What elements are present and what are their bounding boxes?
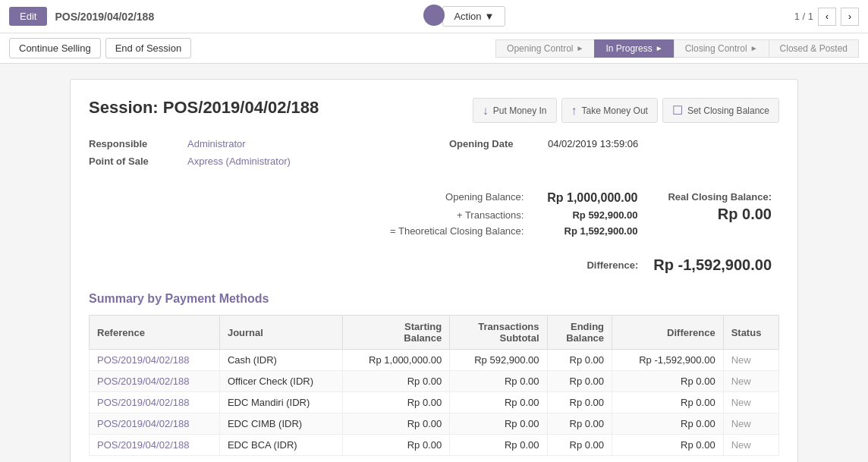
opening-date-field: Opening Date 04/02/2019 13:59:06 [449,138,779,149]
cell-transactions-subtotal: Rp 0.00 [450,435,547,456]
cell-reference[interactable]: POS/2019/04/02/188 [90,435,220,456]
field-col-left: Responsible Administrator Point of Sale … [89,138,419,173]
put-money-in-button[interactable]: ↓ Put Money In [473,98,557,123]
cell-journal: Officer Check (IDR) [219,371,342,392]
next-button[interactable]: › [841,8,859,26]
cell-starting-balance: Rp 0.00 [342,435,449,456]
top-center-indicator [423,5,445,28]
cell-starting-balance: Rp 0.00 [342,392,449,413]
session-card: Session: POS/2019/04/02/188 ↓ Put Money … [70,79,798,462]
action-button[interactable]: Action ▼ [442,6,505,27]
cell-starting-balance: Rp 0.00 [342,371,449,392]
edit-button[interactable]: Edit [9,7,47,26]
main-content: Session: POS/2019/04/02/188 ↓ Put Money … [0,64,868,462]
table-row: POS/2019/04/02/188 EDC Mandiri (IDR) Rp … [90,392,779,413]
cell-ending-balance: Rp 0.00 [547,413,612,435]
continue-selling-button[interactable]: Continue Selling [9,38,101,58]
opening-date-value: 04/02/2019 13:59:06 [548,138,638,149]
cell-transactions-subtotal: Rp 0.00 [450,413,547,435]
cell-difference: Rp 0.00 [612,371,724,392]
opening-balance-value: Rp 1,000,000.00 [539,191,637,205]
col-header-status: Status [723,316,778,350]
step-opening-control[interactable]: Opening Control ► [495,39,595,58]
cell-status: New [723,371,778,392]
field-col-right: Opening Date 04/02/2019 13:59:06 [449,138,779,173]
real-closing-label: Real Closing Balance: [668,191,772,203]
col-header-difference: Difference [612,316,724,350]
cell-reference[interactable]: POS/2019/04/02/188 [90,371,220,392]
cell-reference[interactable]: POS/2019/04/02/188 [90,392,220,413]
theoretical-value: Rp 1,592,900.00 [539,225,637,237]
prev-button[interactable]: ‹ [818,8,836,26]
cell-ending-balance: Rp 0.00 [547,392,612,413]
cell-status: New [723,413,778,435]
put-money-label: Put Money In [493,105,547,116]
responsible-field: Responsible Administrator [89,138,419,149]
take-money-label: Take Money Out [582,105,648,116]
step-arrow-icon: ► [576,44,583,52]
cell-ending-balance: Rp 0.00 [547,435,612,456]
balances-right: Real Closing Balance: Rp 0.00 [637,191,772,241]
cell-difference: Rp 0.00 [612,413,724,435]
cell-transactions-subtotal: Rp 592,900.00 [450,350,547,371]
theoretical-row: = Theoretical Closing Balance: Rp 1,592,… [96,225,637,237]
col-header-journal: Journal [219,316,342,350]
pos-value[interactable]: Axpress (Administrator) [187,156,291,167]
closing-balance-icon: ☐ [672,103,683,118]
fields-row: Responsible Administrator Point of Sale … [89,138,779,173]
table-header-row: Reference Journal StartingBalance Transa… [90,316,779,350]
table-row: POS/2019/04/02/188 EDC BCA (IDR) Rp 0.00… [90,435,779,456]
cell-transactions-subtotal: Rp 0.00 [450,392,547,413]
transactions-row: + Transactions: Rp 592,900.00 [96,209,637,221]
table-row: POS/2019/04/02/188 EDC CIMB (IDR) Rp 0.0… [90,413,779,435]
cell-difference: Rp -1,592,900.00 [612,350,724,371]
cell-difference: Rp 0.00 [612,435,724,456]
cell-reference[interactable]: POS/2019/04/02/188 [90,350,220,371]
cell-ending-balance: Rp 0.00 [547,371,612,392]
col-header-starting-balance: StartingBalance [342,316,449,350]
transactions-value: Rp 592,900.00 [539,209,637,221]
pos-label: Point of Sale [89,156,187,167]
cell-reference[interactable]: POS/2019/04/02/188 [90,413,220,435]
summary-section: Summary by Payment Methods Reference Jou… [89,292,779,456]
cell-journal: EDC CIMB (IDR) [219,413,342,435]
status-bar: Continue Selling End of Session Opening … [0,33,868,64]
end-of-session-button[interactable]: End of Session [105,38,191,58]
cell-starting-balance: Rp 1,000,000.00 [342,350,449,371]
table-row: POS/2019/04/02/188 Cash (IDR) Rp 1,000,0… [90,350,779,371]
set-closing-balance-button[interactable]: ☐ Set Closing Balance [662,98,779,123]
summary-title: Summary by Payment Methods [89,292,779,306]
top-bar-right: 1 / 1 ‹ › [794,8,859,26]
take-money-icon: ↑ [571,104,577,118]
status-circle [423,5,445,26]
top-bar: Edit POS/2019/04/02/188 Action ▼ 1 / 1 ‹… [0,0,868,33]
balances-section: Opening Balance: Rp 1,000,000.00 + Trans… [89,191,779,241]
cell-status: New [723,350,778,371]
balances-left: Opening Balance: Rp 1,000,000.00 + Trans… [96,191,637,241]
pagination-label: 1 / 1 [794,11,813,22]
session-title: Session: POS/2019/04/02/188 [89,98,319,118]
step-closed-posted[interactable]: Closed & Posted [769,39,859,58]
step-closing-control[interactable]: Closing Control ► [674,39,769,58]
col-header-transactions-subtotal: TransactionsSubtotal [450,316,547,350]
difference-row: Difference: Rp -1,592,900.00 [89,256,779,274]
cell-transactions-subtotal: Rp 0.00 [450,371,547,392]
set-closing-label: Set Closing Balance [687,105,769,116]
session-header: Session: POS/2019/04/02/188 ↓ Put Money … [89,98,779,123]
difference-value: Rp -1,592,900.00 [653,256,772,274]
cell-journal: EDC BCA (IDR) [219,435,342,456]
opening-balance-row: Opening Balance: Rp 1,000,000.00 [96,191,637,205]
opening-date-label: Opening Date [449,138,548,149]
session-action-buttons: ↓ Put Money In ↑ Take Money Out ☐ Set Cl… [473,98,779,123]
take-money-out-button[interactable]: ↑ Take Money Out [561,98,658,123]
step-arrow-icon: ► [750,44,758,52]
real-closing-value: Rp 0.00 [718,206,772,223]
cell-difference: Rp 0.00 [612,392,724,413]
cell-status: New [723,435,778,456]
cell-ending-balance: Rp 0.00 [547,350,612,371]
cell-starting-balance: Rp 0.00 [342,413,449,435]
responsible-value[interactable]: Administrator [187,138,246,149]
step-in-progress[interactable]: In Progress ► [594,39,674,58]
table-row: POS/2019/04/02/188 Officer Check (IDR) R… [90,371,779,392]
top-bar-center-action: Action ▼ [442,6,505,27]
